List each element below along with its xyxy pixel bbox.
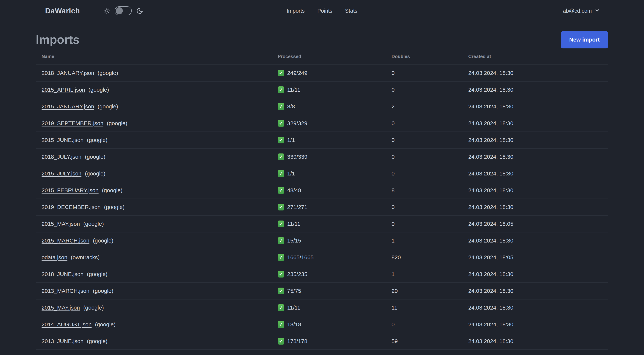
processed-cell: 8/8	[278, 103, 392, 110]
import-file-link[interactable]: 2015_APRIL.json	[42, 87, 85, 93]
processed-count: 8/8	[287, 103, 295, 110]
created-at-cell: 24.03.2024, 18:30	[468, 137, 608, 143]
import-file-link[interactable]: 2015_MARCH.json	[42, 238, 90, 244]
import-file-link[interactable]: 2019_SEPTEMBER.json	[42, 120, 104, 126]
import-source-label: (google)	[93, 238, 113, 244]
created-at-cell: 24.03.2024, 18:30	[468, 204, 608, 210]
import-file-link[interactable]: 2015_JULY.json	[42, 170, 82, 177]
import-file-link[interactable]: 2018_JUNE.json	[42, 271, 84, 277]
processed-cell: 11/11	[278, 86, 392, 93]
doubles-cell: 0	[392, 137, 468, 143]
success-check-icon	[278, 221, 284, 227]
processed-cell: 271/271	[278, 204, 392, 210]
table-body: 2018_JANUARY.json (google) 249/249 0 24.…	[36, 64, 608, 355]
processed-cell: 339/339	[278, 153, 392, 160]
import-file-link[interactable]: 2015_MAY.json	[42, 221, 80, 227]
doubles-cell: 0	[392, 70, 468, 76]
created-at-cell: 24.03.2024, 18:30	[468, 238, 608, 244]
import-file-link[interactable]: 2013_JUNE.json	[42, 338, 84, 344]
table-row: 2015_MAY.json (google) 11/11 0 24.03.202…	[36, 215, 608, 232]
created-at-cell: 24.03.2024, 18:30	[468, 120, 608, 126]
table-row: 2018_JULY.json (google) 339/339 0 24.03.…	[36, 148, 608, 165]
doubles-cell: 0	[392, 321, 468, 328]
doubles-cell: 0	[392, 154, 468, 160]
import-file-link[interactable]: odata.json	[42, 254, 67, 260]
import-source-label: (owntracks)	[71, 254, 100, 260]
name-cell: 2015_MAY.json (google)	[42, 221, 278, 227]
success-check-icon	[278, 271, 284, 278]
processed-count: 339/339	[287, 154, 307, 160]
app-logo[interactable]: DaWarIch	[45, 7, 80, 15]
account-menu[interactable]: ab@cd.com	[563, 0, 600, 21]
created-at-cell: 24.03.2024, 18:30	[468, 87, 608, 93]
table-row: 2015_MAY.json (google) 11/11 11 24.03.20…	[36, 299, 608, 316]
doubles-cell: 0	[392, 204, 468, 210]
processed-count: 178/178	[287, 338, 307, 345]
import-file-link[interactable]: 2015_MAY.json	[42, 305, 80, 311]
success-check-icon	[278, 304, 284, 311]
doubles-cell: 0	[392, 120, 468, 126]
name-cell: 2018_JULY.json (google)	[42, 154, 278, 160]
success-check-icon	[278, 153, 284, 160]
created-at-cell: 24.03.2024, 18:30	[468, 70, 608, 76]
doubles-cell: 20	[392, 288, 468, 294]
topbar: DaWarIch Imports Points Stats ab@cd.com	[0, 0, 644, 21]
processed-count: 329/329	[287, 120, 307, 126]
created-at-cell: 24.03.2024, 18:30	[468, 338, 608, 345]
import-file-link[interactable]: 2015_FEBRUARY.json	[42, 187, 98, 193]
table-row: 2019_SEPTEMBER.json (google) 329/329 0 2…	[36, 115, 608, 131]
theme-toggle-knob[interactable]	[116, 7, 123, 14]
theme-toggle[interactable]	[114, 6, 132, 15]
nav-points[interactable]: Points	[317, 8, 332, 14]
processed-count: 1/1	[287, 137, 295, 143]
success-check-icon	[278, 288, 284, 294]
doubles-cell: 1	[392, 271, 468, 277]
import-file-link[interactable]: 2015_JANUARY.json	[42, 103, 94, 109]
processed-cell: 249/249	[278, 70, 392, 76]
import-file-link[interactable]: 2019_DECEMBER.json	[42, 204, 100, 210]
nav-stats[interactable]: Stats	[345, 8, 358, 14]
success-check-icon	[278, 187, 284, 194]
table-row: 2013_MARCH.json (google) 75/75 20 24.03.…	[36, 282, 608, 299]
imports-page: Imports New import Name Processed Double…	[36, 31, 608, 355]
new-import-button[interactable]: New import	[561, 31, 608, 48]
import-source-label: (google)	[87, 137, 107, 143]
created-at-cell: 24.03.2024, 18:30	[468, 321, 608, 328]
processed-count: 11/11	[287, 305, 300, 311]
import-file-link[interactable]: 2018_JULY.json	[42, 154, 82, 160]
nav-imports[interactable]: Imports	[286, 8, 305, 14]
page-title: Imports	[36, 33, 80, 46]
processed-count: 11/11	[287, 221, 300, 227]
import-source-label: (google)	[85, 154, 105, 160]
import-source-label: (google)	[107, 120, 127, 126]
name-cell: odata.json (owntracks)	[42, 254, 278, 261]
processed-cell: 329/329	[278, 120, 392, 127]
processed-cell: 11/11	[278, 304, 392, 311]
table-header-row: Name Processed Doubles Created at	[36, 48, 608, 64]
processed-cell: 18/18	[278, 321, 392, 328]
name-cell: 2015_APRIL.json (google)	[42, 87, 278, 93]
processed-count: 18/18	[287, 321, 301, 328]
success-check-icon	[278, 338, 284, 345]
doubles-cell: 0	[392, 221, 468, 227]
import-file-link[interactable]: 2015_JUNE.json	[42, 137, 84, 143]
processed-cell: 15/15	[278, 237, 392, 244]
import-file-link[interactable]: 2014_AUGUST.json	[42, 321, 92, 328]
import-source-label: (google)	[102, 187, 122, 193]
name-cell: 2018_JUNE.json (google)	[42, 271, 278, 277]
success-check-icon	[278, 204, 284, 210]
name-cell: 2015_JANUARY.json (google)	[42, 103, 278, 110]
processed-count: 11/11	[287, 87, 300, 93]
doubles-cell: 1	[392, 238, 468, 244]
import-file-link[interactable]: 2018_JANUARY.json	[42, 70, 94, 76]
processed-cell: 1/1	[278, 137, 392, 143]
import-file-link[interactable]: 2013_MARCH.json	[42, 288, 90, 294]
processed-count: 271/271	[287, 204, 307, 210]
name-cell: 2015_JULY.json (google)	[42, 170, 278, 177]
processed-count: 249/249	[287, 70, 307, 76]
doubles-cell: 8	[392, 187, 468, 194]
table-row: 2015_APRIL.json (google) 11/11 0 24.03.2…	[36, 81, 608, 98]
created-at-cell: 24.03.2024, 18:05	[468, 221, 608, 227]
name-cell: 2015_MAY.json (google)	[42, 305, 278, 311]
chevron-down-icon	[594, 8, 600, 14]
